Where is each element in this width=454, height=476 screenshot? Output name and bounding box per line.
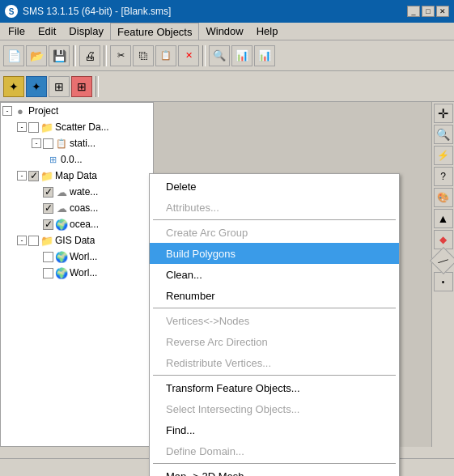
move-button[interactable]: ✛ — [434, 104, 453, 123]
tree-world-1[interactable]: 🌍 Worl... — [1, 249, 153, 265]
star-btn-1[interactable]: ✦ — [3, 76, 24, 97]
tree-stati[interactable]: - 📋 stati... — [1, 135, 153, 151]
menu-help[interactable]: Help — [250, 23, 285, 40]
project-label: Project — [28, 105, 58, 117]
ocean-check[interactable]: ✓ — [43, 219, 53, 230]
arrow-button[interactable]: ▲ — [434, 209, 453, 228]
water-label: wate... — [70, 186, 98, 198]
coast-label: coas... — [70, 202, 98, 214]
menu-create-arc-group[interactable]: Create Arc Group — [150, 222, 399, 243]
minimize-button[interactable]: _ — [407, 6, 420, 17]
water-check[interactable]: ✓ — [43, 187, 53, 198]
scatter-check[interactable] — [28, 122, 39, 133]
menu-map-2d[interactable]: Map -> 2D Mesh — [150, 465, 399, 476]
open-button[interactable]: 📂 — [26, 45, 47, 66]
tree-water[interactable]: ✓ ☁ wate... — [1, 184, 153, 200]
world1-icon: 🌍 — [55, 250, 68, 263]
menu-edit[interactable]: Edit — [32, 23, 62, 40]
ocean-icon: 🌍 — [55, 218, 68, 231]
tree-scatter-data[interactable]: - 📁 Scatter Da... — [1, 119, 153, 135]
print-button[interactable]: 🖨 — [79, 45, 100, 66]
menu-file[interactable]: File — [2, 23, 32, 40]
water-icon: ☁ — [55, 185, 68, 198]
tree-project-root[interactable]: - ● Project — [1, 103, 153, 119]
menu-window[interactable]: Window — [199, 23, 249, 40]
mapdata-label: Map Data — [55, 170, 97, 181]
title-bar-buttons: _ □ ✕ — [407, 6, 449, 17]
mapdata-expand[interactable]: - — [17, 171, 27, 181]
copy-button[interactable]: ⿻ — [133, 45, 154, 66]
dot-button[interactable]: • — [434, 272, 453, 291]
gisdata-label: GIS Data — [55, 235, 95, 246]
menu-reverse-arc[interactable]: Reverse Arc Direction — [150, 331, 399, 352]
tree-value[interactable]: ⊞ 0.0... — [1, 151, 153, 168]
menu-redistribute[interactable]: Redistribute Vertices... — [150, 352, 399, 373]
tree-gis-data[interactable]: - 📁 GIS Data — [1, 232, 153, 249]
menu-attributes[interactable]: Attributes... — [150, 197, 399, 218]
maximize-button[interactable]: □ — [422, 6, 435, 17]
star-btn-2[interactable]: ✦ — [26, 76, 47, 97]
toolbar2-sep-1 — [95, 76, 99, 97]
main-area: - ● Project - 📁 Scatter Da... - 📋 stati.… — [0, 102, 454, 447]
tree-map-data[interactable]: - ✓ 📁 Map Data — [1, 168, 153, 184]
gisdata-folder-icon: 📁 — [40, 234, 53, 247]
tree-ocean[interactable]: ✓ 🌍 ocea... — [1, 216, 153, 232]
scatter-folder-icon: 📁 — [40, 121, 53, 134]
ocean-label: ocea... — [70, 219, 99, 230]
toolbar-1: 📄 📂 💾 🖨 ✂ ⿻ 📋 ✕ 🔍 📊 📊 — [0, 40, 454, 71]
menu-sep-1 — [153, 219, 396, 220]
tree-coast[interactable]: ✓ ☁ coas... — [1, 200, 153, 216]
menu-vertices-nodes[interactable]: Vertices<->Nodes — [150, 310, 399, 331]
zoom-in-button[interactable]: 🔍 — [209, 45, 230, 66]
world2-check[interactable] — [43, 268, 53, 278]
line-button[interactable]: ╱ — [430, 247, 454, 274]
help-button[interactable]: ? — [434, 167, 453, 186]
mapdata-check[interactable]: ✓ — [28, 171, 39, 181]
chart-button[interactable]: 📊 — [254, 45, 275, 66]
menu-define-domain[interactable]: Define Domain... — [150, 440, 399, 461]
stati-check[interactable] — [43, 138, 53, 149]
stati-icon: 📋 — [55, 137, 68, 150]
world2-label: Worl... — [70, 267, 97, 278]
world1-check[interactable] — [43, 252, 53, 262]
project-icon: ● — [14, 104, 27, 117]
zoom-button[interactable]: 🔍 — [434, 125, 453, 144]
menu-display[interactable]: Display — [62, 23, 110, 40]
menu-delete[interactable]: Delete — [150, 176, 399, 197]
stati-expand[interactable]: - — [32, 138, 41, 148]
gisdata-check[interactable] — [28, 236, 39, 246]
new-button[interactable]: 📄 — [3, 45, 24, 66]
tree-panel: - ● Project - 📁 Scatter Da... - 📋 stati.… — [0, 102, 154, 447]
flash-button[interactable]: ⚡ — [434, 146, 453, 165]
project-expand[interactable]: - — [2, 106, 12, 116]
paste-button[interactable]: 📋 — [155, 45, 176, 66]
title-bar-text: SMS 13.1.15 (64-bit) - [Blank.sms] — [23, 6, 402, 17]
coast-check[interactable]: ✓ — [43, 203, 53, 214]
close-button[interactable]: ✕ — [436, 6, 449, 17]
menu-renumber[interactable]: Renumber — [150, 285, 399, 306]
scatter-label: Scatter Da... — [55, 121, 109, 133]
menu-bar: File Edit Display Feature Objects Window… — [0, 23, 454, 40]
scatter-btn[interactable]: ⊞ — [71, 76, 92, 97]
gisdata-expand[interactable]: - — [17, 236, 27, 245]
menu-transform[interactable]: Transform Feature Objects... — [150, 377, 399, 398]
value-icon: ⊞ — [46, 153, 59, 166]
menu-clean[interactable]: Clean... — [150, 264, 399, 285]
cut-button[interactable]: ✂ — [110, 45, 131, 66]
zoom-out-button[interactable]: 📊 — [231, 45, 252, 66]
save-button[interactable]: 💾 — [49, 45, 70, 66]
grid-btn[interactable]: ⊞ — [49, 76, 70, 97]
tree-world-2[interactable]: 🌍 Worl... — [1, 265, 153, 281]
delete-button[interactable]: ✕ — [178, 45, 199, 66]
paint-button[interactable]: 🎨 — [434, 188, 453, 207]
title-bar: S SMS 13.1.15 (64-bit) - [Blank.sms] _ □… — [0, 0, 454, 23]
menu-sep-4 — [153, 463, 396, 464]
menu-find[interactable]: Find... — [150, 419, 399, 440]
menu-select-intersecting[interactable]: Select Intersecting Objects... — [150, 398, 399, 419]
menu-build-polygons[interactable]: Build Polygons — [150, 243, 399, 264]
scatter-expand[interactable]: - — [17, 122, 27, 132]
toolbar-sep-1 — [73, 45, 76, 66]
menu-feature-objects[interactable]: Feature Objects — [110, 23, 200, 40]
stati-label: stati... — [70, 138, 95, 149]
menu-sep-3 — [153, 375, 396, 376]
